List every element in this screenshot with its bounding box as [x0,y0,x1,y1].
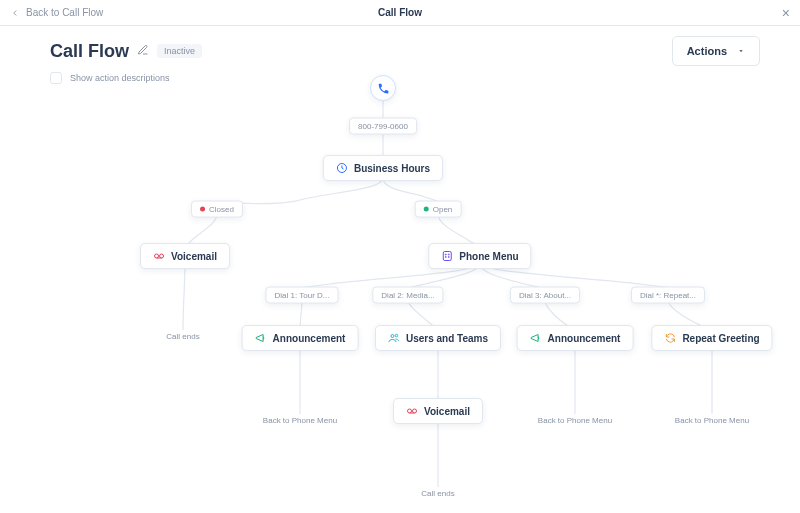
term-back-menu-3: Back to Phone Menu [673,409,751,427]
users-teams-label: Users and Teams [406,333,488,344]
back-menu-label: Back to Phone Menu [536,416,614,425]
phone-number-chip[interactable]: 800-799-0600 [349,118,417,135]
term-back-menu-2: Back to Phone Menu [536,409,614,427]
node-users-teams[interactable]: Users and Teams [375,325,501,351]
announcement-icon [255,332,267,344]
repeat-icon [664,332,676,344]
announcement-1-label: Announcement [273,333,346,344]
svg-point-5 [448,254,449,255]
node-announcement-1[interactable]: Announcement [242,325,359,351]
dial-star-label: Dial *: Repeat... [631,287,705,304]
svg-point-1 [155,254,159,258]
branch-open[interactable]: Open [415,201,462,218]
svg-point-11 [413,409,417,413]
dial-2-label: Dial 2: Media... [372,287,443,304]
phone-menu-label: Phone Menu [459,251,518,262]
dial-3-label: Dial 3: About... [510,287,580,304]
call-ends-label: Call ends [164,332,201,341]
announcement-2-label: Announcement [548,333,621,344]
phone-menu-icon [441,250,453,262]
close-button[interactable]: × [782,6,790,20]
node-business-hours[interactable]: Business Hours [323,155,443,181]
svg-point-4 [445,254,446,255]
start-node[interactable] [370,75,396,101]
page-title: Call Flow [50,41,129,62]
branch-closed[interactable]: Closed [191,201,243,218]
back-arrow-icon [10,8,20,18]
clock-icon [336,162,348,174]
call-ends-label: Call ends [419,489,456,498]
dial-1-chip[interactable]: Dial 1: Tour D... [266,287,339,304]
node-announcement-2[interactable]: Announcement [517,325,634,351]
node-repeat-greeting[interactable]: Repeat Greeting [651,325,772,351]
svg-point-2 [160,254,164,258]
svg-point-8 [391,335,394,338]
term-call-ends-left: Call ends [164,325,201,343]
dial-3-chip[interactable]: Dial 3: About... [510,287,580,304]
voicemail-users-label: Voicemail [424,406,470,417]
business-hours-label: Business Hours [354,163,430,174]
repeat-greeting-label: Repeat Greeting [682,333,759,344]
flow-canvas: 800-799-0600 Business Hours Closed Open … [0,72,800,513]
svg-point-6 [445,257,446,258]
svg-point-9 [395,334,398,337]
caret-down-icon [737,47,745,55]
back-menu-label: Back to Phone Menu [261,416,339,425]
page-header: Call Flow Inactive Actions [0,26,800,66]
dial-star-chip[interactable]: Dial *: Repeat... [631,287,705,304]
node-phone-menu[interactable]: Phone Menu [428,243,531,269]
back-link[interactable]: Back to Call Flow [10,7,103,18]
phone-icon [377,82,390,95]
actions-label: Actions [687,45,727,57]
closed-dot-icon [200,207,205,212]
dial-1-label: Dial 1: Tour D... [266,287,339,304]
voicemail-icon [153,250,165,262]
closed-label: Closed [209,205,234,214]
phone-number-label: 800-799-0600 [349,118,417,135]
dial-2-chip[interactable]: Dial 2: Media... [372,287,443,304]
open-label: Open [433,205,453,214]
announcement-icon [530,332,542,344]
svg-point-7 [448,257,449,258]
status-badge: Inactive [157,44,202,58]
top-bar: Back to Call Flow Call Flow × [0,0,800,26]
top-title: Call Flow [378,7,422,18]
node-voicemail-users[interactable]: Voicemail [393,398,483,424]
open-dot-icon [424,207,429,212]
users-icon [388,332,400,344]
term-call-ends-right: Call ends [419,482,456,500]
svg-rect-3 [443,252,451,261]
term-back-menu-1: Back to Phone Menu [261,409,339,427]
svg-point-10 [408,409,412,413]
voicemail-closed-label: Voicemail [171,251,217,262]
voicemail-icon [406,405,418,417]
back-label: Back to Call Flow [26,7,103,18]
edit-icon[interactable] [137,42,149,60]
back-menu-label: Back to Phone Menu [673,416,751,425]
actions-button[interactable]: Actions [672,36,760,66]
node-voicemail-closed[interactable]: Voicemail [140,243,230,269]
